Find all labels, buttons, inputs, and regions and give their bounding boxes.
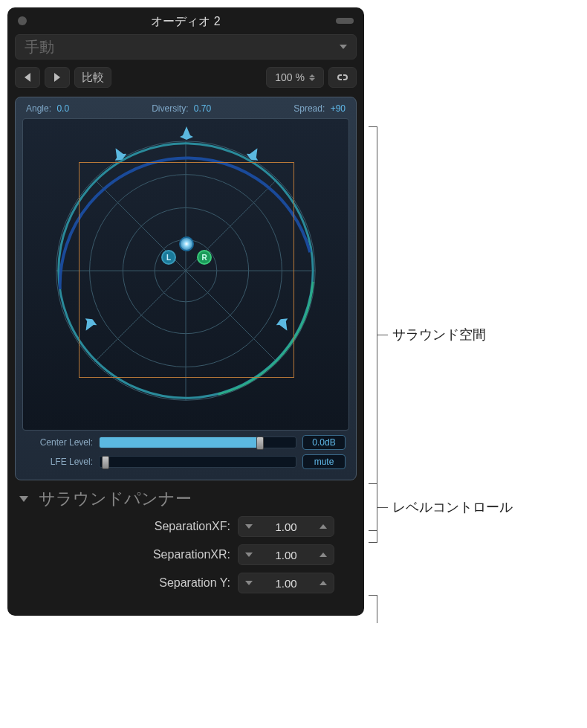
callouts: サラウンド空間 レベルコントロール 拡張パラメータ [364,7,572,119]
pan-puck-left[interactable]: L [161,250,176,265]
pan-puck[interactable] [179,236,194,251]
preset-select[interactable]: 手動 [15,34,357,59]
arrow-left-icon [25,73,30,82]
link-icon [335,72,350,83]
center-level-value[interactable]: 0.0dB [302,435,346,450]
param-label: SeparationXF: [155,520,230,533]
link-button[interactable] [328,67,357,88]
stepper-decrement[interactable] [239,517,259,536]
param-value[interactable]: 1.00 [259,577,313,590]
chevron-up-icon [320,524,327,529]
svg-marker-9 [180,126,193,140]
spread-value[interactable]: +90 [331,103,346,114]
param-stepper[interactable]: 1.00 [238,573,334,593]
stepper-decrement[interactable] [239,545,259,564]
prev-preset-button[interactable] [15,67,40,88]
toolbar: 比較 100 % [15,67,357,88]
chevron-up-icon [320,581,327,585]
titlebar: オーディオ 2 [15,13,357,30]
preset-placeholder: 手動 [25,37,54,57]
extended-section-header[interactable]: サラウンドパンナー [15,488,357,510]
lfe-level-row: LFE Level: mute [26,454,346,469]
zoom-stepper[interactable]: 100 % [266,67,324,88]
stepper-increment[interactable] [313,573,334,593]
center-level-label: Center Level: [26,437,93,448]
chevron-down-icon [245,553,253,557]
diversity-value[interactable]: 0.70 [194,103,211,114]
param-stepper[interactable]: 1.00 [238,544,334,565]
chevron-down-icon [245,581,253,585]
lfe-level-slider[interactable] [99,456,296,468]
param-row: SeparationXR:1.00 [15,544,334,565]
spread-label: Spread: [294,103,325,114]
speaker-center-icon[interactable] [180,126,193,140]
stepper-increment[interactable] [313,545,334,564]
window-title: オーディオ 2 [151,14,220,30]
param-row: SeparationXF:1.00 [15,516,334,537]
chevron-down-icon [245,524,253,529]
stepper-arrows-icon [309,74,315,81]
callout-extended-params: 拡張パラメータ [369,595,486,623]
zoom-value: 100 % [275,71,305,83]
window-pill [336,18,354,24]
surround-panner-panel: Angle: 0.0 Diversity: 0.70 Spread: +90 [15,97,357,480]
stepper-increment[interactable] [313,517,334,536]
callout-level-controls: レベルコントロール [369,483,513,531]
param-value[interactable]: 1.00 [259,521,313,533]
next-preset-button[interactable] [45,67,70,88]
lfe-level-label: LFE Level: [26,457,93,467]
angle-value[interactable]: 0.0 [56,103,69,114]
param-label: SeparationXR: [153,548,230,561]
center-level-row: Center Level: 0.0dB [26,435,346,450]
param-row: Separation Y:1.00 [15,573,334,593]
param-stepper[interactable]: 1.00 [238,516,334,537]
plugin-window: オーディオ 2 手動 比較 100 % [7,7,364,616]
param-label: Separation Y: [159,576,230,590]
level-controls: Center Level: 0.0dB LFE Level: mute [20,431,351,475]
chevron-down-icon [340,45,347,49]
section-title: サラウンドパンナー [39,488,192,510]
panner-readout: Angle: 0.0 Diversity: 0.70 Spread: +90 [20,102,351,118]
callout-surround-field: サラウンド空間 [369,126,486,543]
lfe-level-value[interactable]: mute [302,454,346,469]
chevron-up-icon [320,553,327,557]
diversity-label: Diversity: [152,103,188,114]
surround-field[interactable]: L R [22,118,349,431]
center-level-slider[interactable] [99,437,296,448]
disclosure-triangle-icon [19,496,28,502]
close-window-button[interactable] [18,16,27,25]
angle-label: Angle: [26,103,51,114]
stepper-decrement[interactable] [239,573,259,593]
param-value[interactable]: 1.00 [259,549,313,561]
extended-params: SeparationXF:1.00SeparationXR:1.00Separa… [15,510,357,593]
pan-puck-right[interactable]: R [197,250,212,265]
compare-button[interactable]: 比較 [74,67,111,88]
boundary-overlay [79,162,294,378]
arrow-right-icon [54,73,60,82]
